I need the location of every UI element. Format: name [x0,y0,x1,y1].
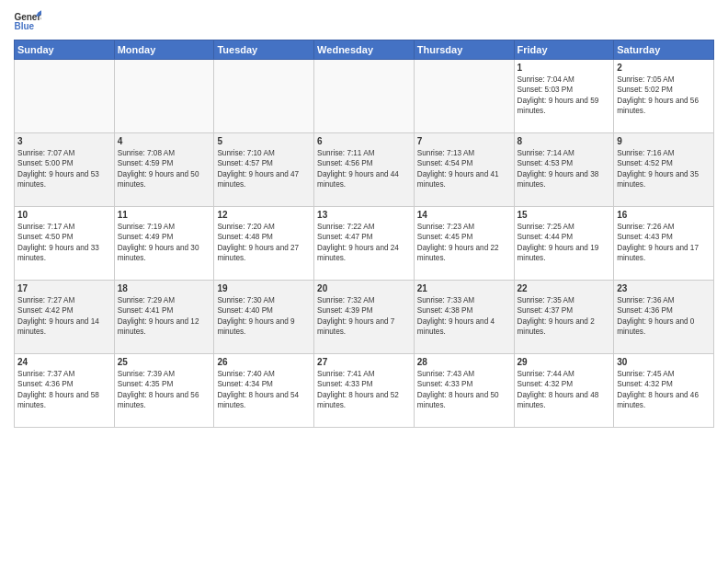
day-info: Sunrise: 7:25 AM Sunset: 4:44 PM Dayligh… [518,222,611,264]
day-info: Sunrise: 7:14 AM Sunset: 4:53 PM Dayligh… [518,148,611,190]
day-number: 2 [617,63,711,73]
day-info: Sunrise: 7:32 AM Sunset: 4:39 PM Dayligh… [317,295,411,338]
week-row-3: 10Sunrise: 7:17 AM Sunset: 4:50 PM Dayli… [15,207,714,281]
day-info: Sunrise: 7:44 AM Sunset: 4:32 PM Dayligh… [518,369,611,411]
day-cell: 25Sunrise: 7:39 AM Sunset: 4:35 PM Dayli… [114,354,214,428]
day-number: 1 [518,63,611,73]
day-info: Sunrise: 7:35 AM Sunset: 4:37 PM Dayligh… [518,295,611,338]
day-cell: 2Sunrise: 7:05 AM Sunset: 5:02 PM Daylig… [614,60,714,133]
day-header-monday: Monday [114,40,214,60]
day-cell: 23Sunrise: 7:36 AM Sunset: 4:36 PM Dayli… [614,281,714,354]
day-number: 14 [417,210,511,220]
day-number: 30 [617,357,711,367]
day-cell: 8Sunrise: 7:14 AM Sunset: 4:53 PM Daylig… [514,133,614,207]
day-number: 10 [17,210,111,220]
day-number: 21 [417,283,511,293]
day-header-wednesday: Wednesday [314,40,415,60]
day-number: 16 [617,210,711,220]
day-info: Sunrise: 7:10 AM Sunset: 4:57 PM Dayligh… [217,148,311,190]
day-cell: 26Sunrise: 7:40 AM Sunset: 4:34 PM Dayli… [214,354,314,428]
day-info: Sunrise: 7:20 AM Sunset: 4:48 PM Dayligh… [217,222,311,264]
day-cell: 28Sunrise: 7:43 AM Sunset: 4:33 PM Dayli… [414,354,514,428]
day-cell: 3Sunrise: 7:07 AM Sunset: 5:00 PM Daylig… [15,133,115,207]
day-number: 29 [518,357,611,367]
day-cell: 21Sunrise: 7:33 AM Sunset: 4:38 PM Dayli… [414,281,514,354]
day-info: Sunrise: 7:39 AM Sunset: 4:35 PM Dayligh… [118,369,211,411]
day-info: Sunrise: 7:30 AM Sunset: 4:40 PM Dayligh… [217,295,311,338]
day-cell: 22Sunrise: 7:35 AM Sunset: 4:37 PM Dayli… [514,281,614,354]
day-info: Sunrise: 7:07 AM Sunset: 5:00 PM Dayligh… [17,148,111,190]
day-info: Sunrise: 7:40 AM Sunset: 4:34 PM Dayligh… [217,369,311,411]
day-cell [314,60,415,133]
day-number: 15 [518,210,611,220]
day-info: Sunrise: 7:23 AM Sunset: 4:45 PM Dayligh… [417,222,511,264]
day-info: Sunrise: 7:11 AM Sunset: 4:56 PM Dayligh… [317,148,411,190]
day-cell: 12Sunrise: 7:20 AM Sunset: 4:48 PM Dayli… [214,207,314,281]
day-header-sunday: Sunday [15,40,115,60]
header-row: SundayMondayTuesdayWednesdayThursdayFrid… [15,40,714,60]
calendar-table: SundayMondayTuesdayWednesdayThursdayFrid… [14,40,714,428]
day-number: 12 [217,210,311,220]
day-info: Sunrise: 7:16 AM Sunset: 4:52 PM Dayligh… [617,148,711,190]
day-number: 6 [317,136,411,146]
day-info: Sunrise: 7:37 AM Sunset: 4:36 PM Dayligh… [17,369,111,411]
page-header: General Blue [14,9,714,32]
day-info: Sunrise: 7:13 AM Sunset: 4:54 PM Dayligh… [417,148,511,190]
day-header-thursday: Thursday [414,40,514,60]
svg-text:Blue: Blue [14,21,34,31]
day-info: Sunrise: 7:04 AM Sunset: 5:03 PM Dayligh… [518,75,611,117]
day-cell: 9Sunrise: 7:16 AM Sunset: 4:52 PM Daylig… [614,133,714,207]
day-number: 26 [217,357,311,367]
logo: General Blue [14,9,41,32]
day-cell: 6Sunrise: 7:11 AM Sunset: 4:56 PM Daylig… [314,133,415,207]
day-info: Sunrise: 7:19 AM Sunset: 4:49 PM Dayligh… [118,222,211,264]
day-number: 3 [17,136,111,146]
week-row-2: 3Sunrise: 7:07 AM Sunset: 5:00 PM Daylig… [15,133,714,207]
day-info: Sunrise: 7:43 AM Sunset: 4:33 PM Dayligh… [417,369,511,411]
day-cell: 24Sunrise: 7:37 AM Sunset: 4:36 PM Dayli… [15,354,115,428]
day-number: 19 [217,283,311,293]
day-cell: 27Sunrise: 7:41 AM Sunset: 4:33 PM Dayli… [314,354,415,428]
day-number: 20 [317,283,411,293]
day-cell: 19Sunrise: 7:30 AM Sunset: 4:40 PM Dayli… [214,281,314,354]
main-container: General Blue SundayMondayTuesdayWednesda… [0,0,728,432]
day-info: Sunrise: 7:26 AM Sunset: 4:43 PM Dayligh… [617,222,711,264]
day-number: 18 [118,283,211,293]
day-info: Sunrise: 7:33 AM Sunset: 4:38 PM Dayligh… [417,295,511,338]
day-info: Sunrise: 7:36 AM Sunset: 4:36 PM Dayligh… [617,295,711,338]
day-number: 7 [417,136,511,146]
day-cell [414,60,514,133]
day-header-tuesday: Tuesday [214,40,314,60]
day-number: 25 [118,357,211,367]
day-cell: 30Sunrise: 7:45 AM Sunset: 4:32 PM Dayli… [614,354,714,428]
day-number: 22 [518,283,611,293]
day-number: 23 [617,283,711,293]
day-cell: 4Sunrise: 7:08 AM Sunset: 4:59 PM Daylig… [114,133,214,207]
day-number: 24 [17,357,111,367]
day-info: Sunrise: 7:05 AM Sunset: 5:02 PM Dayligh… [617,75,711,117]
week-row-1: 1Sunrise: 7:04 AM Sunset: 5:03 PM Daylig… [15,60,714,133]
day-info: Sunrise: 7:41 AM Sunset: 4:33 PM Dayligh… [317,369,411,411]
day-cell: 16Sunrise: 7:26 AM Sunset: 4:43 PM Dayli… [614,207,714,281]
week-row-4: 17Sunrise: 7:27 AM Sunset: 4:42 PM Dayli… [15,281,714,354]
day-cell: 15Sunrise: 7:25 AM Sunset: 4:44 PM Dayli… [514,207,614,281]
day-info: Sunrise: 7:45 AM Sunset: 4:32 PM Dayligh… [617,369,711,411]
day-cell: 20Sunrise: 7:32 AM Sunset: 4:39 PM Dayli… [314,281,415,354]
day-cell: 17Sunrise: 7:27 AM Sunset: 4:42 PM Dayli… [15,281,115,354]
day-cell: 7Sunrise: 7:13 AM Sunset: 4:54 PM Daylig… [414,133,514,207]
day-cell: 10Sunrise: 7:17 AM Sunset: 4:50 PM Dayli… [15,207,115,281]
day-cell: 13Sunrise: 7:22 AM Sunset: 4:47 PM Dayli… [314,207,415,281]
day-cell: 14Sunrise: 7:23 AM Sunset: 4:45 PM Dayli… [414,207,514,281]
day-number: 9 [617,136,711,146]
day-number: 28 [417,357,511,367]
day-cell: 29Sunrise: 7:44 AM Sunset: 4:32 PM Dayli… [514,354,614,428]
day-number: 5 [217,136,311,146]
day-info: Sunrise: 7:17 AM Sunset: 4:50 PM Dayligh… [17,222,111,264]
day-cell: 11Sunrise: 7:19 AM Sunset: 4:49 PM Dayli… [114,207,214,281]
day-info: Sunrise: 7:27 AM Sunset: 4:42 PM Dayligh… [17,295,111,338]
day-number: 8 [518,136,611,146]
day-cell [114,60,214,133]
day-number: 17 [17,283,111,293]
day-number: 11 [118,210,211,220]
day-info: Sunrise: 7:08 AM Sunset: 4:59 PM Dayligh… [118,148,211,190]
